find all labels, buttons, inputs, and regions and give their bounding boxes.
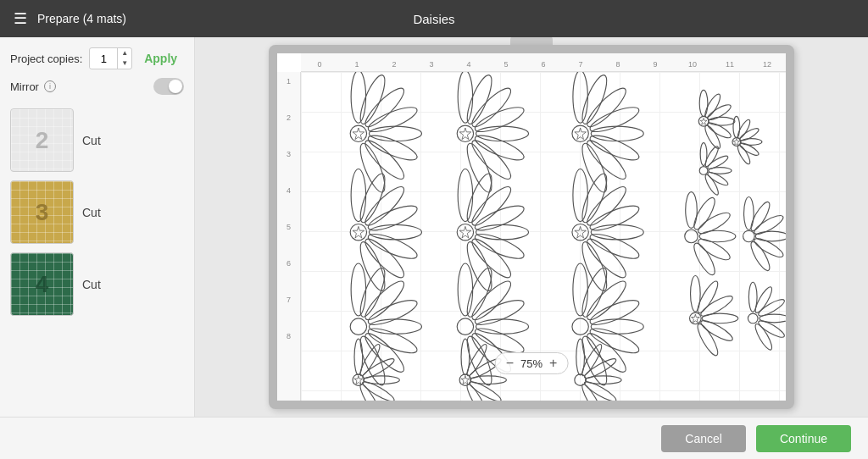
svg-point-105 (350, 318, 366, 335)
svg-point-134 (757, 296, 786, 318)
mat-item-3[interactable]: 3 Cut (10, 180, 184, 244)
flower-r2-3 (572, 169, 643, 294)
svg-marker-52 (733, 139, 740, 146)
copies-up-button[interactable]: ▲ (118, 48, 131, 58)
svg-point-70 (463, 239, 497, 293)
svg-point-124 (691, 276, 701, 312)
mat-inner: 0 1 2 3 4 5 6 7 8 9 10 11 12 (277, 53, 786, 401)
svg-point-58 (365, 230, 420, 263)
svg-point-7 (356, 141, 390, 195)
mat-grid-3: 3 (11, 181, 73, 243)
svg-point-80 (577, 239, 611, 293)
svg-point-102 (365, 324, 420, 357)
svg-point-53 (351, 169, 365, 222)
apply-button[interactable]: Apply (139, 50, 182, 67)
svg-point-109 (472, 296, 526, 329)
svg-point-96 (743, 230, 755, 242)
svg-point-137 (753, 322, 775, 351)
zoom-out-button[interactable]: − (504, 357, 515, 370)
svg-point-24 (591, 126, 643, 141)
copies-down-button[interactable]: ▼ (118, 58, 131, 69)
copies-input[interactable] (90, 50, 117, 68)
mirror-toggle[interactable] (153, 78, 184, 95)
ruler-left: 1 2 3 4 5 6 7 8 (277, 72, 301, 401)
svg-point-90 (744, 196, 754, 230)
svg-point-45 (733, 116, 740, 137)
svg-point-110 (476, 319, 529, 334)
ruler-left-2: 2 (287, 113, 291, 122)
center-title: Daisies (183, 12, 685, 26)
svg-point-143 (360, 379, 396, 401)
svg-point-133 (753, 285, 775, 315)
svg-point-92 (752, 213, 785, 237)
svg-point-60 (356, 239, 390, 293)
svg-point-116 (577, 265, 611, 319)
svg-point-129 (694, 322, 721, 358)
flower-2 (457, 72, 528, 195)
mat-item-4[interactable]: 4 Cut (10, 252, 184, 316)
svg-point-4 (369, 126, 421, 141)
ruler-num-5: 5 (487, 60, 525, 69)
copies-spinners: ▲ ▼ (117, 48, 131, 69)
svg-point-94 (752, 235, 785, 260)
svg-point-77 (591, 224, 643, 239)
svg-point-74 (577, 171, 611, 225)
svg-point-50 (736, 144, 752, 166)
info-icon[interactable]: i (44, 80, 56, 92)
svg-point-23 (587, 102, 642, 136)
ruler-left-8: 8 (287, 332, 291, 340)
svg-point-30 (699, 90, 708, 116)
svg-point-44 (699, 167, 708, 175)
ruler-num-2: 2 (376, 60, 413, 69)
svg-marker-29 (575, 128, 587, 140)
flower-r3-sm1 (690, 276, 738, 358)
mat-number-3: 3 (36, 199, 49, 226)
svg-point-34 (706, 120, 733, 141)
svg-point-43 (704, 174, 721, 196)
zoom-in-button[interactable]: + (548, 357, 559, 370)
svg-point-20 (573, 72, 587, 123)
header: ☰ Prepare (4 mats) Daisies (0, 0, 868, 37)
mat-label-4: Cut (82, 278, 101, 291)
cancel-button[interactable]: Cancel (661, 425, 746, 452)
flower-r2-1 (350, 169, 421, 294)
ruler-left-7: 7 (287, 296, 291, 304)
mat-label-3: Cut (82, 206, 101, 219)
svg-marker-131 (692, 314, 700, 323)
svg-marker-146 (354, 376, 363, 384)
svg-point-106 (458, 263, 472, 316)
main-area: Project copies: ▲ ▼ Apply Mirror i (0, 37, 868, 417)
svg-point-76 (587, 202, 642, 235)
flowers-svg (301, 72, 786, 401)
svg-point-128 (698, 318, 735, 344)
mat-thumb-2: 2 (10, 108, 74, 172)
sidebar: Project copies: ▲ ▼ Apply Mirror i (0, 37, 195, 417)
menu-icon[interactable]: ☰ (14, 9, 27, 28)
svg-point-87 (696, 235, 733, 263)
svg-point-73 (573, 169, 587, 222)
mat-grid-4: 4 (11, 253, 73, 315)
svg-point-25 (587, 131, 642, 165)
ruler-num-3: 3 (413, 60, 450, 69)
svg-point-114 (457, 318, 473, 335)
svg-marker-62 (353, 226, 364, 238)
flower-med-1 (685, 192, 736, 278)
mat-item-2[interactable]: 2 Cut (10, 108, 184, 172)
svg-point-48 (741, 139, 762, 146)
flower-r3-sm2 (748, 282, 786, 351)
mirror-label: Mirror (10, 80, 39, 93)
copies-input-wrap: ▲ ▼ (89, 47, 132, 69)
svg-point-91 (748, 200, 772, 233)
header-left: ☰ Prepare (4 mats) (14, 9, 183, 28)
svg-point-120 (587, 324, 642, 357)
mat-thumb-3: 3 (10, 180, 74, 244)
svg-point-125 (694, 279, 721, 315)
svg-point-40 (706, 154, 729, 171)
ruler-left-4: 4 (287, 186, 291, 195)
svg-point-13 (472, 102, 526, 136)
svg-point-57 (369, 224, 421, 239)
continue-button[interactable]: Continue (756, 425, 851, 452)
svg-point-101 (369, 319, 421, 334)
project-copies-label: Project copies: (10, 53, 82, 65)
zoom-controls: − 75% + (495, 352, 569, 374)
